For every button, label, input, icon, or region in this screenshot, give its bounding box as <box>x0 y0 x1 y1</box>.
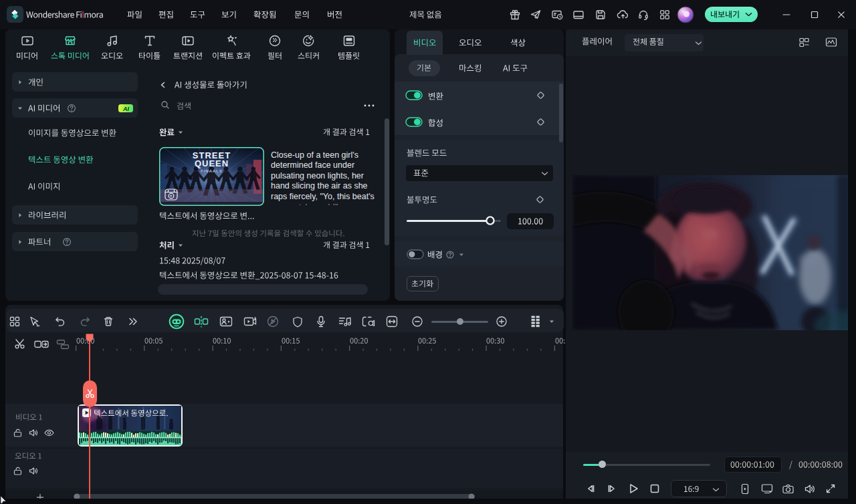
svg-text:FINAALS: FINAALS <box>201 169 223 173</box>
svg-text:QUEEN: QUEEN <box>195 158 229 168</box>
svg-text:AI: AI <box>122 106 129 112</box>
